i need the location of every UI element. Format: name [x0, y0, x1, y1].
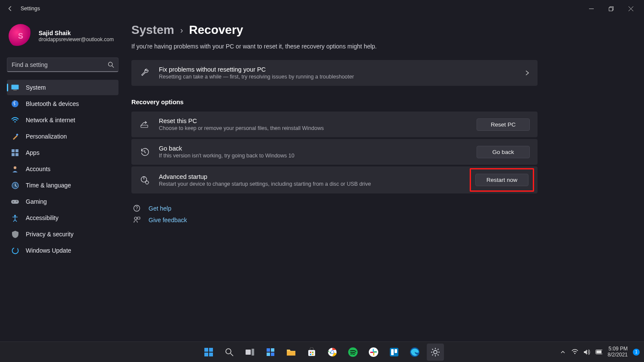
search-wrap: [7, 57, 118, 72]
svg-rect-42: [271, 353, 274, 356]
svg-rect-11: [16, 133, 18, 136]
sidebar-item-label: Accounts: [26, 166, 51, 172]
tray-volume-icon[interactable]: [583, 349, 590, 356]
svg-rect-56: [373, 352, 374, 356]
content: System › Recovery If you're having probl…: [125, 17, 644, 341]
gamepad-icon: [11, 198, 19, 205]
history-icon: [139, 147, 150, 157]
sidebar-item-time-language[interactable]: Time & language: [7, 178, 118, 193]
svg-line-68: [437, 354, 438, 355]
svg-rect-8: [13, 90, 17, 90]
restart-now-button[interactable]: Restart now: [475, 174, 529, 186]
breadcrumb-parent[interactable]: System: [131, 23, 174, 37]
sidebar-item-network[interactable]: Network & internet: [7, 112, 118, 128]
search-input[interactable]: [7, 57, 118, 72]
svg-text:?: ?: [135, 206, 138, 211]
svg-point-16: [14, 166, 16, 169]
give-feedback-link[interactable]: Give feedback: [131, 216, 623, 223]
sidebar-item-privacy[interactable]: Privacy & security: [7, 226, 118, 242]
store-icon: [307, 347, 316, 357]
tray-wifi-icon[interactable]: [571, 349, 578, 356]
search-icon: [108, 62, 114, 68]
chevron-right-icon: ›: [180, 25, 183, 35]
taskbar-taskview[interactable]: [241, 344, 258, 361]
bluetooth-icon: [11, 100, 19, 108]
svg-line-70: [432, 354, 433, 355]
svg-rect-18: [11, 200, 19, 204]
svg-point-35: [226, 349, 231, 354]
taskbar-slack[interactable]: [365, 344, 382, 361]
user-block[interactable]: S Sajid Shaik droidappsreviewer@outlook.…: [7, 21, 118, 56]
taskbar-trello[interactable]: [386, 344, 403, 361]
svg-point-29: [134, 217, 137, 220]
windows-icon: [204, 347, 214, 357]
sidebar-item-accessibility[interactable]: Accessibility: [7, 210, 118, 226]
chevron-right-icon: [525, 70, 530, 75]
window-title: Settings: [21, 6, 40, 12]
sidebar-item-gaming[interactable]: Gaming: [7, 194, 118, 209]
update-icon: [11, 247, 19, 254]
back-button[interactable]: [3, 2, 17, 15]
option-go-back: Go back If this version isn't working, t…: [131, 139, 538, 165]
trello-icon: [389, 347, 399, 357]
minimize-button[interactable]: [581, 2, 601, 15]
fix-problems-card[interactable]: Fix problems without resetting your PC R…: [131, 60, 538, 86]
go-back-button[interactable]: Go back: [477, 146, 530, 158]
minimize-icon: [589, 6, 594, 11]
globe-clock-icon: [11, 181, 19, 189]
taskbar-widgets[interactable]: [262, 344, 279, 361]
svg-rect-57: [374, 351, 377, 353]
svg-point-20: [13, 201, 14, 202]
widgets-icon: [266, 347, 275, 357]
sidebar-item-system[interactable]: System: [7, 80, 118, 95]
taskbar-chrome[interactable]: [324, 344, 341, 361]
taskbar-clock[interactable]: 5:09 PM 8/2/2021: [608, 346, 628, 358]
taskbar-edge[interactable]: [406, 344, 423, 361]
taskbar-search[interactable]: [221, 344, 238, 361]
taskbar-store[interactable]: [303, 344, 320, 361]
chrome-icon: [328, 347, 337, 357]
user-email: droidappsreviewer@outlook.com: [39, 36, 114, 42]
start-button[interactable]: [200, 344, 217, 361]
svg-rect-31: [204, 348, 208, 352]
feedback-icon: [132, 216, 141, 223]
sidebar-item-label: Gaming: [26, 198, 47, 205]
maximize-icon: [609, 6, 614, 11]
help-icon: ?: [132, 205, 141, 212]
get-help-link[interactable]: ? Get help: [131, 205, 623, 212]
sidebar-item-label: Personalization: [26, 133, 67, 140]
svg-rect-48: [312, 354, 313, 355]
svg-rect-12: [12, 149, 15, 152]
avatar: S: [9, 24, 33, 48]
wrench-icon: [139, 68, 150, 78]
option-desc: Restart your device to change startup se…: [159, 181, 465, 187]
close-button[interactable]: [621, 2, 641, 15]
svg-rect-32: [209, 348, 213, 352]
option-title: Advanced startup: [159, 173, 465, 180]
reset-pc-button[interactable]: Reset PC: [477, 118, 530, 131]
page-title: Recovery: [189, 23, 243, 37]
maximize-button[interactable]: [601, 2, 621, 15]
tray-chevron-up-icon[interactable]: [559, 349, 566, 356]
svg-rect-15: [15, 153, 18, 156]
taskbar-spotify[interactable]: [344, 344, 361, 361]
sidebar-item-bluetooth[interactable]: Bluetooth & devices: [7, 96, 118, 112]
taskbar-explorer[interactable]: [283, 344, 300, 361]
tray-battery-icon[interactable]: [595, 349, 602, 356]
sidebar-item-apps[interactable]: Apps: [7, 145, 118, 160]
taskbar-settings[interactable]: [427, 344, 444, 361]
svg-line-36: [231, 353, 233, 356]
svg-rect-46: [312, 352, 313, 353]
svg-rect-40: [271, 348, 274, 352]
svg-point-62: [434, 350, 437, 354]
sidebar-item-accounts[interactable]: Accounts: [7, 161, 118, 177]
display-icon: [11, 84, 19, 91]
sidebar-item-label: Bluetooth & devices: [26, 100, 79, 107]
sidebar-item-personalization[interactable]: Personalization: [7, 129, 118, 144]
svg-rect-74: [596, 350, 601, 353]
sidebar-item-windows-update[interactable]: Windows Update: [7, 243, 118, 258]
reset-pc-icon: [139, 121, 150, 128]
taskbar: 5:09 PM 8/2/2021 1: [0, 341, 644, 362]
sidebar-item-label: Privacy & security: [26, 231, 73, 238]
notification-badge[interactable]: 1: [633, 349, 640, 356]
